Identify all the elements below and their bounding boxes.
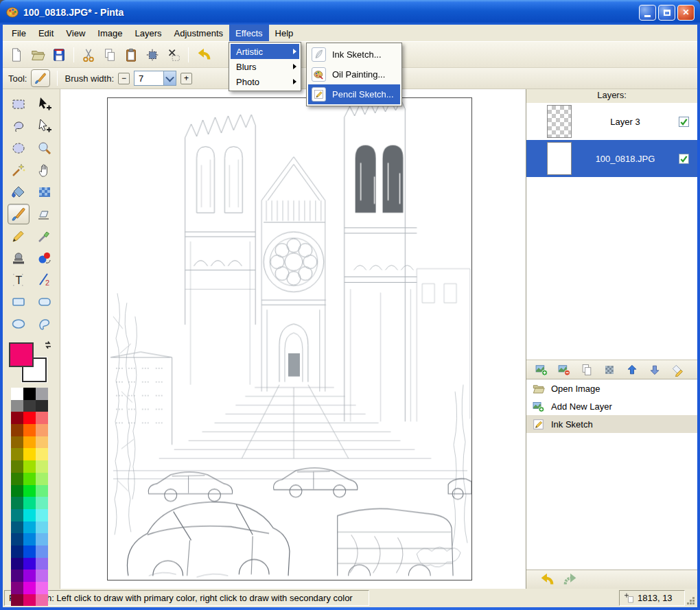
palette-swatch[interactable] (36, 533, 48, 546)
tool-pan[interactable] (34, 160, 56, 180)
tool-rounded-rectangle[interactable] (34, 292, 56, 312)
palette-swatch[interactable] (11, 594, 23, 607)
tool-move-selected[interactable] (34, 94, 56, 115)
duplicate-layer-button[interactable] (579, 362, 595, 378)
open-image-button[interactable] (28, 45, 47, 64)
palette-swatch[interactable] (11, 460, 23, 473)
palette-swatch[interactable] (11, 497, 23, 509)
menu-help[interactable]: Help (269, 25, 300, 41)
palette-swatch[interactable] (36, 546, 48, 558)
resize-grip[interactable] (686, 590, 696, 606)
tool-lasso-select[interactable] (8, 116, 30, 137)
palette-swatch[interactable] (36, 436, 48, 449)
palette-swatch[interactable] (23, 558, 36, 570)
paste-button[interactable] (121, 45, 141, 64)
palette-swatch[interactable] (36, 424, 48, 436)
palette-swatch[interactable] (11, 546, 23, 558)
delete-layer-button[interactable] (556, 362, 572, 378)
palette-swatch[interactable] (11, 436, 23, 449)
swap-colors-icon[interactable] (43, 340, 54, 351)
history-item[interactable]: Ink Sketch (526, 415, 697, 433)
brush-width-combo[interactable]: 7 (134, 71, 176, 86)
current-tool-button[interactable] (31, 69, 50, 87)
palette-swatch[interactable] (23, 424, 36, 436)
palette-swatch[interactable] (36, 400, 48, 412)
palette-swatch[interactable] (36, 509, 48, 521)
palette-swatch[interactable] (36, 412, 48, 424)
palette-swatch[interactable] (36, 570, 48, 582)
history-item[interactable]: Open Image (526, 379, 697, 397)
tool-rectangle-select[interactable] (8, 94, 30, 115)
tool-eraser[interactable] (34, 204, 56, 224)
tool-paint-bucket[interactable] (8, 182, 30, 202)
tool-gradient[interactable] (34, 182, 56, 202)
palette-swatch[interactable] (23, 485, 36, 497)
submenu-item-pencil-sketch[interactable]: Pencil Sketch... (308, 84, 400, 104)
palette-swatch[interactable] (36, 448, 48, 460)
add-layer-button[interactable] (533, 362, 550, 378)
tool-zoom[interactable] (34, 138, 56, 159)
history-item[interactable]: Add New Layer (526, 397, 697, 415)
layer-visible-checkbox[interactable] (679, 117, 689, 127)
layer-row[interactable]: Layer 3 (526, 103, 697, 140)
palette-swatch[interactable] (11, 521, 23, 534)
palette-swatch[interactable] (11, 448, 23, 460)
palette-swatch[interactable] (36, 460, 48, 473)
save-button[interactable] (49, 45, 69, 64)
primary-color-swatch[interactable] (9, 342, 34, 367)
palette-swatch[interactable] (36, 558, 48, 570)
tool-magic-wand[interactable] (8, 160, 30, 180)
palette-swatch[interactable] (23, 546, 36, 558)
layer-row[interactable]: 100_0818.JPG (526, 140, 697, 177)
layer-visible-checkbox[interactable] (679, 154, 689, 164)
menu-layers[interactable]: Layers (128, 25, 167, 41)
palette-swatch[interactable] (36, 485, 48, 497)
submenu-item-oil-painting[interactable]: Oil Painting... (308, 64, 400, 84)
palette-swatch[interactable] (36, 521, 48, 534)
menu-view[interactable]: View (60, 25, 91, 41)
palette-swatch[interactable] (23, 497, 36, 509)
tool-line-curve[interactable]: 2 (34, 270, 56, 290)
tool-rectangle[interactable] (8, 292, 30, 312)
cut-button[interactable] (79, 45, 98, 64)
copy-button[interactable] (100, 45, 119, 64)
tool-color-picker[interactable] (34, 226, 56, 246)
palette-swatch[interactable] (11, 533, 23, 546)
menu-file[interactable]: File (5, 25, 32, 41)
brush-width-increase-button[interactable]: + (180, 73, 192, 84)
minimize-button[interactable] (639, 5, 656, 21)
palette-swatch[interactable] (11, 400, 23, 412)
canvas-page[interactable] (107, 97, 472, 580)
palette-swatch[interactable] (36, 497, 48, 509)
palette-swatch[interactable] (11, 582, 23, 594)
submenu-item-ink-sketch[interactable]: Ink Sketch... (308, 45, 400, 64)
tool-move-selection[interactable] (34, 116, 56, 137)
tool-paintbrush[interactable] (8, 204, 30, 224)
tool-ellipse-select[interactable] (8, 138, 30, 159)
tool-recolor[interactable] (34, 248, 56, 268)
palette-swatch[interactable] (11, 485, 23, 497)
palette-swatch[interactable] (23, 448, 36, 460)
palette-swatch[interactable] (11, 473, 23, 485)
palette-swatch[interactable] (36, 473, 48, 485)
redo-history-icon[interactable] (563, 572, 579, 587)
palette-swatch[interactable] (23, 400, 36, 412)
brush-width-decrease-button[interactable]: − (118, 73, 130, 84)
palette-swatch[interactable] (11, 558, 23, 570)
palette-swatch[interactable] (23, 594, 36, 607)
layer-properties-button[interactable] (669, 362, 686, 378)
palette-swatch[interactable] (23, 582, 36, 594)
new-image-button[interactable] (7, 45, 26, 64)
close-button[interactable]: ✕ (677, 5, 695, 21)
menu-edit[interactable]: Edit (32, 25, 60, 41)
deselect-button[interactable] (164, 45, 183, 64)
chevron-down-icon[interactable] (163, 71, 176, 85)
palette-swatch[interactable] (23, 388, 36, 400)
palette-swatch[interactable] (23, 473, 36, 485)
palette-swatch[interactable] (36, 582, 48, 594)
tool-text[interactable]: T (8, 270, 30, 290)
tool-freeform-shape[interactable] (34, 314, 56, 334)
undo-button[interactable] (194, 45, 213, 64)
canvas-area[interactable] (60, 89, 526, 589)
palette-swatch[interactable] (11, 570, 23, 582)
